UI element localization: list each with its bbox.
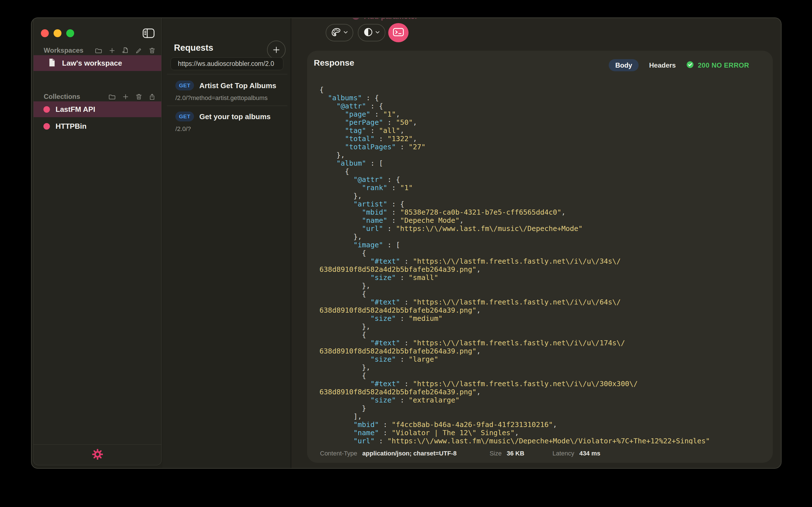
status-badge: 200 NO ERROR [686, 61, 749, 69]
workspace-add-icon[interactable] [109, 47, 116, 54]
workspace-edit-icon[interactable] [135, 47, 142, 54]
size-value: 36 KB [507, 450, 524, 457]
method-badge: GET [175, 112, 194, 121]
workspace-folder-icon[interactable] [95, 47, 102, 54]
chevron-down-icon [343, 30, 348, 35]
divider [167, 106, 287, 106]
add-parameter-row-clipped[interactable]: Add parameter [352, 18, 418, 22]
response-body[interactable]: { "albums" : { "@attr" : { "page" : "1",… [319, 86, 767, 444]
sidebar-toggle-icon[interactable] [142, 28, 155, 38]
method-badge: GET [175, 80, 194, 91]
request-path: /2.0/?method=artist.gettopalbums [175, 94, 267, 102]
response-tabs: Body Headers 200 NO ERROR [609, 59, 749, 71]
workspace-name: Law's workspace [62, 59, 122, 68]
workspaces-label: Workspaces [44, 47, 84, 54]
sidebar-item-collection-httpbin[interactable]: HTTPBin [34, 118, 161, 134]
size-label: Size [490, 450, 502, 457]
sidebar-footer [34, 445, 161, 465]
requests-title: Requests [174, 43, 213, 53]
palette-icon [331, 27, 341, 38]
add-request-button[interactable] [267, 41, 286, 59]
collection-dot-icon [43, 106, 50, 113]
workspace-delete-icon[interactable] [149, 47, 156, 54]
latency-value: 434 ms [579, 450, 601, 457]
collection-delete-icon[interactable] [135, 93, 142, 100]
collection-folder-icon[interactable] [108, 93, 116, 101]
tab-body[interactable]: Body [609, 59, 639, 71]
chevron-down-icon [375, 30, 380, 35]
add-parameter-label: Add parameter [364, 18, 418, 21]
content-type-value: application/json; charset=UTF-8 [362, 450, 456, 457]
success-check-icon [686, 61, 694, 69]
collection-export-icon[interactable] [149, 93, 156, 100]
sidebar-item-workspace[interactable]: Law's workspace [34, 55, 161, 71]
appearance-dropdown-button[interactable] [358, 24, 386, 41]
base-url-value: https://ws.audioscrobbler.com/2.0 [178, 60, 274, 68]
app-window: Workspaces Law's workspace Collections [31, 17, 781, 469]
document-icon [48, 58, 56, 68]
theme-dropdown-button[interactable] [326, 24, 353, 41]
collection-name: HTTPBin [56, 122, 87, 131]
minimize-window-button[interactable] [54, 29, 61, 37]
content-type-label: Content-Type [320, 450, 357, 457]
sidebar: Workspaces Law's workspace Collections [33, 18, 161, 465]
sidebar-item-collection-lastfm[interactable]: LastFM API [34, 101, 161, 117]
collections-label: Collections [44, 93, 80, 101]
request-name: Artist Get Top Albums [199, 81, 276, 90]
collections-section-header: Collections [34, 93, 161, 101]
settings-gear-icon[interactable] [92, 449, 103, 461]
request-path: /2.0/? [175, 125, 191, 133]
collection-add-icon[interactable] [122, 93, 129, 100]
divider [167, 74, 287, 74]
response-meta-bar: Content-Type application/json; charset=U… [307, 444, 773, 463]
console-button[interactable] [388, 23, 409, 42]
workspaces-section-header: Workspaces [34, 46, 161, 55]
collection-name: LastFM API [56, 105, 95, 114]
requests-panel: Requests LastFM API https://ws.audioscro… [163, 18, 291, 468]
terminal-icon [393, 27, 404, 38]
main-panel: Add parameter [291, 18, 781, 468]
request-name: Get your top albums [199, 112, 271, 121]
response-title: Response [314, 58, 354, 68]
collection-dot-icon [43, 123, 50, 129]
heart-icon [352, 18, 359, 20]
contrast-icon [363, 27, 373, 38]
response-card: Response Body Headers 200 NO ERROR { "al… [307, 51, 773, 463]
tab-headers[interactable]: Headers [649, 61, 676, 69]
workspace-duplicate-icon[interactable] [122, 47, 129, 54]
status-text: 200 NO ERROR [698, 61, 749, 69]
close-window-button[interactable] [41, 29, 49, 37]
latency-label: Latency [553, 450, 574, 457]
base-url-input[interactable]: https://ws.audioscrobbler.com/2.0 [170, 57, 283, 70]
zoom-window-button[interactable] [66, 29, 74, 37]
